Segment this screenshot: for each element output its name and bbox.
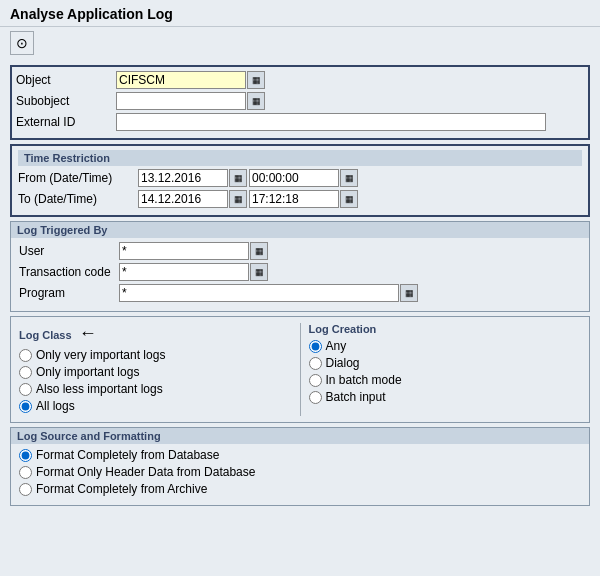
time-restriction-section: Time Restriction From (Date/Time) ▦ ▦ To…: [10, 144, 590, 217]
object-label: Object: [16, 73, 116, 87]
from-input-group: ▦ ▦: [138, 169, 358, 187]
program-input[interactable]: [119, 284, 399, 302]
radio-less-important[interactable]: [19, 383, 32, 396]
txn-input-group: ▦: [119, 263, 268, 281]
window-title: Analyse Application Log: [10, 6, 173, 22]
to-date-browse-btn[interactable]: ▦: [229, 190, 247, 208]
object-section: Object ▦ Subobject ▦ External ID: [10, 65, 590, 140]
time-restriction-label: Time Restriction: [24, 152, 110, 164]
object-input-group: ▦: [116, 71, 265, 89]
txn-input[interactable]: [119, 263, 249, 281]
user-input-group: ▦: [119, 242, 268, 260]
subobject-input-group: ▦: [116, 92, 265, 110]
toolbar: ⊙: [0, 27, 600, 59]
log-creation-radio-2: In batch mode: [309, 373, 582, 387]
log-source-header: Log Source and Formatting: [11, 428, 589, 444]
radio-very-important[interactable]: [19, 349, 32, 362]
radio-format-header-db[interactable]: [19, 466, 32, 479]
log-creation-radio-3: Batch input: [309, 390, 582, 404]
form-content: Object ▦ Subobject ▦ External ID: [0, 59, 600, 516]
toolbar-icon-btn[interactable]: ⊙: [10, 31, 34, 55]
to-time-input[interactable]: [249, 190, 339, 208]
object-input[interactable]: [116, 71, 246, 89]
from-label: From (Date/Time): [18, 171, 138, 185]
radio-batch-mode[interactable]: [309, 374, 322, 387]
txn-label: Transaction code: [19, 265, 119, 279]
user-browse-btn[interactable]: ▦: [250, 242, 268, 260]
radio-batch-input[interactable]: [309, 391, 322, 404]
program-label: Program: [19, 286, 119, 300]
object-row: Object ▦: [16, 71, 584, 89]
subobject-row: Subobject ▦: [16, 92, 584, 110]
txn-row: Transaction code ▦: [19, 263, 581, 281]
program-input-group: ▦: [119, 284, 418, 302]
log-creation-radio-0: Any: [309, 339, 582, 353]
from-row: From (Date/Time) ▦ ▦: [18, 169, 582, 187]
external-id-row: External ID: [16, 113, 584, 131]
to-label: To (Date/Time): [18, 192, 138, 206]
to-input-group: ▦ ▦: [138, 190, 358, 208]
external-id-label: External ID: [16, 115, 116, 129]
to-time-browse-btn[interactable]: ▦: [340, 190, 358, 208]
log-class-radio-2: Also less important logs: [19, 382, 292, 396]
log-source-radio-1: Format Only Header Data from Database: [19, 465, 581, 479]
log-source-section: Log Source and Formatting Format Complet…: [10, 427, 590, 506]
external-id-input[interactable]: [116, 113, 546, 131]
log-triggered-section: Log Triggered By User ▦ Transaction code…: [10, 221, 590, 312]
toolbar-icon: ⊙: [16, 35, 28, 51]
from-date-input[interactable]: [138, 169, 228, 187]
radio-important[interactable]: [19, 366, 32, 379]
log-class-radio-3: All logs: [19, 399, 292, 413]
radio-dialog[interactable]: [309, 357, 322, 370]
from-time-input[interactable]: [249, 169, 339, 187]
subobject-input[interactable]: [116, 92, 246, 110]
program-browse-btn[interactable]: ▦: [400, 284, 418, 302]
subobject-browse-btn[interactable]: ▦: [247, 92, 265, 110]
from-time-browse-btn[interactable]: ▦: [340, 169, 358, 187]
log-class-creation-section: Log Class ← Only very important logs Onl…: [10, 316, 590, 423]
log-class-title: Log Class ←: [19, 323, 292, 344]
log-class-radio-1: Only important logs: [19, 365, 292, 379]
user-label: User: [19, 244, 119, 258]
log-triggered-header: Log Triggered By: [11, 222, 589, 238]
to-row: To (Date/Time) ▦ ▦: [18, 190, 582, 208]
time-restriction-header: Time Restriction: [18, 150, 582, 166]
radio-format-complete-db[interactable]: [19, 449, 32, 462]
log-class-radio-0: Only very important logs: [19, 348, 292, 362]
object-browse-btn[interactable]: ▦: [247, 71, 265, 89]
log-source-label: Log Source and Formatting: [17, 430, 161, 442]
log-creation-col: Log Creation Any Dialog In batch mode: [300, 323, 582, 416]
log-class-col: Log Class ← Only very important logs Onl…: [19, 323, 300, 416]
log-source-radio-0: Format Completely from Database: [19, 448, 581, 462]
log-creation-title: Log Creation: [309, 323, 582, 335]
window: Analyse Application Log ⊙ Object ▦ Subob…: [0, 0, 600, 576]
log-triggered-label: Log Triggered By: [17, 224, 107, 236]
two-col-container: Log Class ← Only very important logs Onl…: [19, 323, 581, 416]
radio-format-complete-archive[interactable]: [19, 483, 32, 496]
user-input[interactable]: [119, 242, 249, 260]
from-date-browse-btn[interactable]: ▦: [229, 169, 247, 187]
title-bar: Analyse Application Log: [0, 0, 600, 27]
log-creation-radio-1: Dialog: [309, 356, 582, 370]
radio-any[interactable]: [309, 340, 322, 353]
log-source-radio-2: Format Completely from Archive: [19, 482, 581, 496]
txn-browse-btn[interactable]: ▦: [250, 263, 268, 281]
user-row: User ▦: [19, 242, 581, 260]
subobject-label: Subobject: [16, 94, 116, 108]
radio-all-logs[interactable]: [19, 400, 32, 413]
program-row: Program ▦: [19, 284, 581, 302]
to-date-input[interactable]: [138, 190, 228, 208]
